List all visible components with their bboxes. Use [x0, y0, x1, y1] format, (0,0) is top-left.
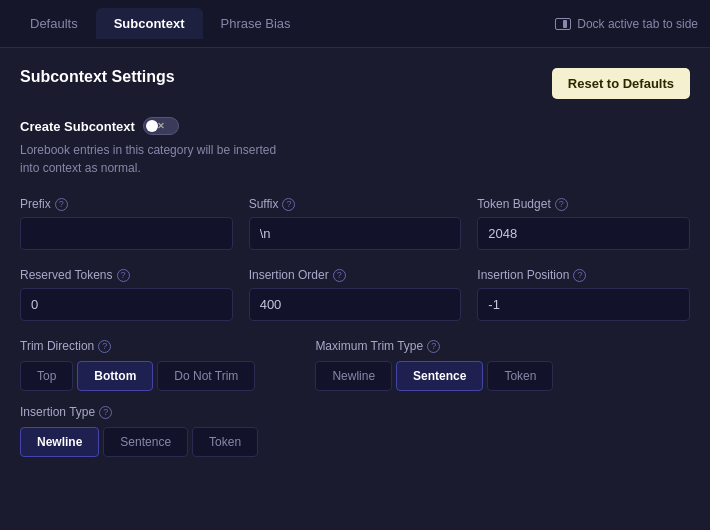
reserved-tokens-help-icon[interactable]: ? [117, 269, 130, 282]
suffix-field-group: Suffix ? [249, 197, 462, 250]
trim-direction-btn-group: Top Bottom Do Not Trim [20, 361, 255, 391]
insertion-order-input[interactable] [249, 288, 462, 321]
token-budget-label: Token Budget ? [477, 197, 690, 211]
prefix-help-icon[interactable]: ? [55, 198, 68, 211]
trim-top-button[interactable]: Top [20, 361, 73, 391]
insertion-type-section: Insertion Type ? Newline Sentence Token [20, 405, 690, 457]
insertion-position-help-icon[interactable]: ? [573, 269, 586, 282]
suffix-label: Suffix ? [249, 197, 462, 211]
insertion-order-field-group: Insertion Order ? [249, 268, 462, 321]
title-row: Subcontext Settings Reset to Defaults [20, 68, 690, 99]
prefix-label: Prefix ? [20, 197, 233, 211]
prefix-field-group: Prefix ? [20, 197, 233, 250]
create-subcontext-label: Create Subcontext ✕ [20, 117, 690, 135]
suffix-help-icon[interactable]: ? [282, 198, 295, 211]
insertion-order-label: Insertion Order ? [249, 268, 462, 282]
dock-tab-button[interactable]: Dock active tab to side [555, 17, 698, 31]
insertion-type-newline-button[interactable]: Newline [20, 427, 99, 457]
dock-icon [555, 18, 571, 30]
trim-do-not-trim-button[interactable]: Do Not Trim [157, 361, 255, 391]
prefix-input[interactable] [20, 217, 233, 250]
toggle-x-icon: ✕ [157, 121, 165, 131]
token-budget-help-icon[interactable]: ? [555, 198, 568, 211]
token-budget-input[interactable] [477, 217, 690, 250]
page-title: Subcontext Settings [20, 68, 175, 86]
create-subcontext-toggle[interactable]: ✕ [143, 117, 179, 135]
trim-direction-label: Trim Direction ? [20, 339, 255, 353]
tab-subcontext[interactable]: Subcontext [96, 8, 203, 39]
create-subcontext-toggle-wrap[interactable]: ✕ [143, 117, 179, 135]
toggle-knob [146, 120, 158, 132]
max-trim-type-btn-group: Newline Sentence Token [315, 361, 553, 391]
trim-direction-group: Trim Direction ? Top Bottom Do Not Trim [20, 339, 255, 391]
reset-to-defaults-button[interactable]: Reset to Defaults [552, 68, 690, 99]
tab-bar: Defaults Subcontext Phrase Bias Dock act… [0, 0, 710, 48]
suffix-input[interactable] [249, 217, 462, 250]
max-trim-type-group: Maximum Trim Type ? Newline Sentence Tok… [315, 339, 553, 391]
main-content: Subcontext Settings Reset to Defaults Cr… [0, 48, 710, 477]
reserved-tokens-label: Reserved Tokens ? [20, 268, 233, 282]
dock-tab-label: Dock active tab to side [577, 17, 698, 31]
trim-direction-help-icon[interactable]: ? [98, 340, 111, 353]
reserved-tokens-input[interactable] [20, 288, 233, 321]
insertion-position-field-group: Insertion Position ? [477, 268, 690, 321]
tab-phrase-bias[interactable]: Phrase Bias [203, 8, 309, 39]
insertion-type-btn-group: Newline Sentence Token [20, 427, 690, 457]
token-budget-field-group: Token Budget ? [477, 197, 690, 250]
max-trim-token-button[interactable]: Token [487, 361, 553, 391]
max-trim-type-help-icon[interactable]: ? [427, 340, 440, 353]
create-subcontext-text: Create Subcontext [20, 119, 135, 134]
max-trim-sentence-button[interactable]: Sentence [396, 361, 483, 391]
trim-bottom-button[interactable]: Bottom [77, 361, 153, 391]
max-trim-newline-button[interactable]: Newline [315, 361, 392, 391]
insertion-type-token-button[interactable]: Token [192, 427, 258, 457]
insertion-type-help-icon[interactable]: ? [99, 406, 112, 419]
insertion-type-label: Insertion Type ? [20, 405, 690, 419]
subcontext-description: Lorebook entries in this category will b… [20, 141, 690, 177]
insertion-type-sentence-button[interactable]: Sentence [103, 427, 188, 457]
reserved-tokens-field-group: Reserved Tokens ? [20, 268, 233, 321]
tab-defaults[interactable]: Defaults [12, 8, 96, 39]
fields-row-2: Reserved Tokens ? Insertion Order ? Inse… [20, 268, 690, 321]
max-trim-type-label: Maximum Trim Type ? [315, 339, 553, 353]
trim-row: Trim Direction ? Top Bottom Do Not Trim … [20, 339, 690, 391]
fields-row-1: Prefix ? Suffix ? Token Budget ? [20, 197, 690, 250]
insertion-order-help-icon[interactable]: ? [333, 269, 346, 282]
insertion-position-label: Insertion Position ? [477, 268, 690, 282]
insertion-position-input[interactable] [477, 288, 690, 321]
